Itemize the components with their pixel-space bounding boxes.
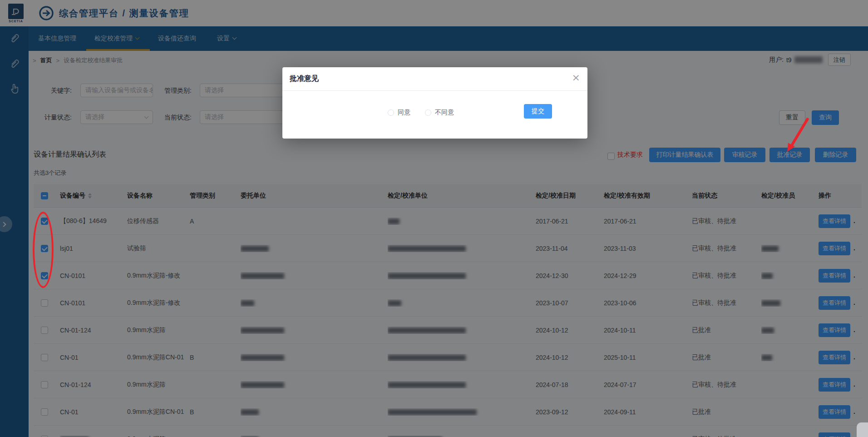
radio-circle-icon [388,109,394,116]
app-window: SCETIA 综合管理平台 / 测量设备管理 基本信息管理检定校准管理设备借还查… [0,0,868,437]
annotation-arrow [778,114,816,158]
annotation-ellipse [33,212,54,288]
modal-backdrop[interactable] [0,0,868,437]
radio-label: 不同意 [435,109,454,117]
radio-circle-icon [425,109,431,116]
back-to-top-button[interactable] [857,422,868,437]
radio-option-2[interactable]: 不同意 [425,109,454,117]
approval-dialog: 批准意见 × 同意不同意 提交 [282,67,587,139]
submit-button[interactable]: 提交 [524,104,552,119]
close-icon[interactable]: × [572,73,580,83]
approval-options: 同意不同意 [388,109,454,117]
radio-label: 同意 [398,109,410,117]
dialog-title: 批准意见 [282,67,587,91]
radio-option-1[interactable]: 同意 [388,109,410,117]
